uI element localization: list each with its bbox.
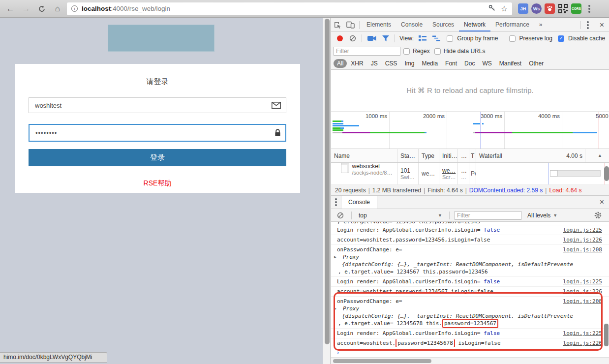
extension-qr-icon[interactable] bbox=[558, 3, 568, 14]
regex-label[interactable]: Regex bbox=[413, 48, 430, 55]
tab-network[interactable]: Network bbox=[459, 18, 490, 31]
column-header-size[interactable]: … bbox=[458, 149, 469, 162]
console-drawer-tab[interactable]: Console bbox=[341, 196, 377, 209]
expand-triangle-icon[interactable]: ▶ bbox=[334, 253, 336, 261]
type-filter-img[interactable]: Img bbox=[401, 59, 418, 68]
console-message[interactable]: Login render: AppGlobal.curUserInfo.isLo… bbox=[331, 277, 609, 287]
console-message[interactable]: Login render: AppGlobal.curUserInfo.isLo… bbox=[331, 225, 609, 235]
type-filter-media[interactable]: Media bbox=[418, 59, 441, 68]
home-icon[interactable]: ⌂ bbox=[51, 2, 64, 15]
tab-performance[interactable]: Performance bbox=[490, 18, 534, 31]
capture-screenshots-icon[interactable] bbox=[365, 35, 379, 41]
console-message-group-annotated[interactable]: onPasswordChange: e= login.js:208 ▶Proxy… bbox=[331, 297, 609, 329]
source-link[interactable]: login.js:226 bbox=[563, 236, 602, 243]
password-key-icon[interactable] bbox=[488, 4, 496, 13]
group-by-frame-label[interactable]: Group by frame bbox=[457, 35, 498, 42]
type-filter-ws[interactable]: WS bbox=[479, 59, 495, 68]
request-name-cell[interactable]: websocket /sockjs-node/8… bbox=[331, 163, 397, 184]
login-button[interactable]: 登录 bbox=[29, 149, 286, 166]
page-scrollbar[interactable] bbox=[323, 18, 331, 364]
regex-checkbox[interactable] bbox=[403, 48, 410, 55]
type-filter-other[interactable]: Other bbox=[525, 59, 547, 68]
console-prompt-chevron[interactable]: › bbox=[331, 348, 609, 356]
disable-cache-label[interactable]: Disable cache bbox=[568, 35, 605, 42]
tab-elements[interactable]: Elements bbox=[362, 18, 396, 31]
execution-context-select[interactable]: top ▼ bbox=[357, 212, 444, 219]
type-filter-css[interactable]: CSS bbox=[382, 59, 401, 68]
sort-ascending-icon[interactable]: ▲ bbox=[598, 153, 602, 158]
tabs-overflow-chevron[interactable]: » bbox=[534, 18, 548, 31]
url-text[interactable]: localhost:4000/rse_web/login bbox=[82, 5, 170, 12]
type-filter-doc[interactable]: Doc bbox=[461, 59, 478, 68]
network-filter-input[interactable] bbox=[334, 47, 400, 56]
column-header-initiator[interactable]: Initi… bbox=[439, 149, 458, 162]
preserve-log-label[interactable]: Preserve log bbox=[519, 35, 552, 42]
disable-cache-checkbox[interactable] bbox=[558, 35, 564, 42]
back-icon[interactable]: ← bbox=[4, 2, 17, 15]
column-header-status[interactable]: Sta… bbox=[397, 149, 419, 162]
group-by-frame-checkbox[interactable] bbox=[447, 35, 453, 42]
console-message[interactable]: account=woshitest,password=12345678 isLo… bbox=[331, 338, 609, 348]
filter-funnel-icon[interactable] bbox=[380, 35, 392, 41]
column-header-name[interactable]: Name bbox=[331, 149, 397, 162]
source-link[interactable]: login.js:208 bbox=[563, 298, 602, 305]
type-filter-all[interactable]: All bbox=[334, 59, 347, 68]
console-message[interactable]: account=woshitest,password=123456,isLogi… bbox=[331, 235, 609, 245]
drawer-close-icon[interactable]: × bbox=[595, 198, 609, 207]
console-settings-gear-icon[interactable] bbox=[592, 212, 606, 219]
devtools-menu-icon[interactable] bbox=[587, 24, 589, 26]
console-horizontal-scrollbar[interactable] bbox=[331, 357, 609, 364]
console-message-group[interactable]: onPasswordChange: e= login.js:208 ▶Proxy… bbox=[331, 245, 609, 277]
record-network-log-icon[interactable] bbox=[337, 35, 343, 41]
browser-menu-icon[interactable] bbox=[588, 8, 590, 10]
type-filter-manifest[interactable]: Manifest bbox=[496, 59, 525, 68]
column-header-type[interactable]: Type bbox=[419, 149, 439, 162]
drawer-menu-icon[interactable] bbox=[335, 201, 337, 203]
request-row-websocket[interactable]: websocket /sockjs-node/8… 101 Swi… we… w… bbox=[331, 163, 609, 185]
extension-cors-icon[interactable]: CORS bbox=[571, 3, 581, 14]
initiator-link[interactable]: we… bbox=[442, 167, 456, 174]
console-filter-input[interactable] bbox=[455, 211, 521, 220]
password-input[interactable] bbox=[29, 124, 286, 142]
page-scrollbar-thumb[interactable] bbox=[325, 19, 330, 344]
devtools-close-icon[interactable]: × bbox=[595, 21, 609, 30]
console-hscrollbar-thumb[interactable] bbox=[333, 359, 431, 363]
hide-data-urls-checkbox[interactable] bbox=[434, 48, 441, 55]
device-toolbar-icon[interactable] bbox=[344, 21, 357, 29]
forward-icon[interactable]: → bbox=[20, 2, 32, 15]
page-info-icon[interactable]: i bbox=[71, 5, 78, 12]
type-filter-xhr[interactable]: XHR bbox=[347, 59, 366, 68]
tab-console[interactable]: Console bbox=[396, 18, 427, 31]
type-filter-js[interactable]: JS bbox=[367, 59, 381, 68]
reload-icon[interactable] bbox=[35, 2, 48, 15]
column-header-waterfall[interactable]: Waterfall 4.00 s ▲ bbox=[476, 149, 609, 162]
source-link[interactable]: login.js:225 bbox=[563, 278, 602, 285]
bookmark-star-icon[interactable]: ☆ bbox=[501, 4, 508, 13]
username-input[interactable] bbox=[29, 97, 286, 113]
preserve-log-checkbox[interactable] bbox=[509, 35, 516, 42]
source-link[interactable]: login.js:208 bbox=[563, 246, 602, 253]
clear-network-icon[interactable] bbox=[347, 35, 359, 42]
column-header-time[interactable]: T bbox=[469, 149, 476, 162]
console-message[interactable]: Login render: AppGlobal.curUserInfo.isLo… bbox=[331, 329, 609, 338]
tab-sources[interactable]: Sources bbox=[427, 18, 459, 31]
network-overview-timeline[interactable]: 1000 ms 2000 ms 3000 ms 4000 ms 5000 bbox=[331, 112, 609, 149]
use-large-rows-icon[interactable] bbox=[416, 35, 429, 41]
extension-jh-icon[interactable]: JH bbox=[518, 3, 528, 14]
address-bar[interactable]: i localhost:4000/rse_web/login ☆ bbox=[67, 2, 512, 15]
console-messages[interactable]: , e.target.value= 123456 this.password=1… bbox=[331, 222, 609, 357]
source-link[interactable]: login.js:226 bbox=[563, 339, 602, 347]
console-scrollbar-thumb[interactable] bbox=[604, 324, 609, 346]
extension-paw-icon[interactable] bbox=[545, 3, 555, 14]
rse-help-link[interactable]: RSE帮助 bbox=[29, 179, 286, 188]
log-levels-select[interactable]: All levels ▼ bbox=[527, 212, 557, 219]
source-link[interactable]: login.js:225 bbox=[563, 226, 602, 234]
inspect-element-icon[interactable] bbox=[331, 21, 344, 29]
console-message[interactable]: account=woshitest,password=1234567,isLog… bbox=[331, 287, 609, 297]
type-filter-font[interactable]: Font bbox=[442, 59, 460, 68]
network-scrollbar-thumb[interactable] bbox=[604, 166, 609, 181]
extension-ws-icon[interactable]: Ws bbox=[531, 3, 542, 14]
expand-triangle-icon[interactable]: ▶ bbox=[334, 305, 336, 312]
clear-console-icon[interactable] bbox=[335, 212, 346, 219]
source-link[interactable]: login.js:225 bbox=[563, 330, 602, 337]
